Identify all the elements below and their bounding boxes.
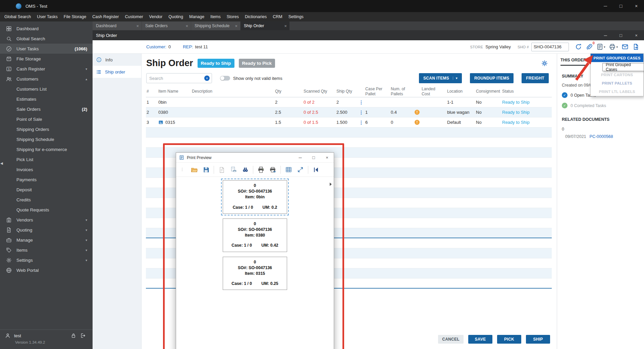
sidebar-item-sale-orders[interactable]: Sale Orders(2) [0,104,93,114]
sidebar-item-customers[interactable]: Customers▴ [0,74,93,84]
collapse-panel-icon[interactable]: ◀ [0,161,3,165]
cell-status-link[interactable]: Ready to Ship [501,110,552,115]
table-row[interactable]: 2 0380 2.5 0 of 2.5 2.500⋮ 1 0.4! blue w… [146,107,552,117]
menu-item-print-ltl-labels[interactable]: PRINT LTL LABELS [591,87,643,96]
printer-dark-icon[interactable] [257,166,265,174]
sidebar-item-quoting[interactable]: Quoting▾ [0,225,93,235]
printer-icon[interactable] [609,43,616,50]
search-input[interactable] [149,76,203,81]
print-label-preview[interactable]: 0 SO#: SO-0047136 Item: 0380 Case: 1 / 0… [223,218,287,252]
print-label-preview[interactable]: 0 SO#: SO-0047136 Item: 0315 Case: 1 / 0… [223,257,287,290]
table-row[interactable]: 3 0315 1.5 0 of 1.5 1.500⋮ 6 0! Default … [146,117,552,128]
menu-global-search[interactable]: Global Search [1,12,34,21]
nav-item-info[interactable]: Info [93,54,141,66]
table-settings-gear-icon[interactable] [541,60,548,67]
tab-dashboard[interactable]: Dashboard × [93,21,142,30]
column-header-qty[interactable]: Qty [274,89,303,94]
menu-settings[interactable]: Settings [285,12,307,21]
sidebar-item-estimates[interactable]: Estimates [0,94,93,104]
sidebar-item-pick-list[interactable]: Pick List [0,154,93,164]
row-menu-icon[interactable]: ⋮ [359,110,363,115]
menu-items[interactable]: Items [207,12,224,21]
column-header-item-name[interactable]: Item Name [158,89,191,94]
column-header-num-of-pallets[interactable]: Num. of Pallets [390,87,421,96]
nav-item-ship-order[interactable]: Ship order [93,66,141,78]
column-header-scanned-qty[interactable]: Scanned Qty [303,89,336,94]
column-header-status[interactable]: Status [501,89,552,94]
print-label-preview[interactable]: 0 SO#: SO-0047136 Item: 0bin Case: 1 / 0… [223,180,287,214]
sidebar-item-shipping-orders[interactable]: Shipping Orders [0,124,93,134]
sidebar-item-items[interactable]: Items▾ [0,245,93,255]
tab-ship-order[interactable]: Ship Order × [240,21,289,30]
inner-minimize-button[interactable]: ─ [598,30,613,40]
clear-search-icon[interactable]: × [204,76,210,81]
tab-shipping-schedule[interactable]: Shipping Schedule × [191,21,240,30]
open-folder-icon[interactable] [190,166,198,174]
menu-cash-register[interactable]: Cash Register [89,12,122,21]
column-header-landed-cost[interactable]: Landed Cost [421,87,446,96]
scan-items-dropdown-icon[interactable]: ▾ [453,77,458,80]
table-row[interactable]: 1 0bin 2 0 of 2 2⋮ 1-1 No Ready to Ship [146,97,552,107]
sidebar-item-settings[interactable]: Settings▾ [0,255,93,265]
cell-status-link[interactable]: Ready to Ship [501,100,552,105]
cancel-button[interactable]: CANCEL [438,335,464,344]
nav-first-icon[interactable] [312,166,320,174]
inner-restore-button[interactable]: □ [613,30,629,40]
menu-customer[interactable]: Customer [122,12,146,21]
menu-user-tasks[interactable]: User Tasks [34,12,61,21]
fit-scale-icon[interactable] [296,166,304,174]
save-button[interactable]: SAVE [468,335,492,344]
sidebar-item-manage[interactable]: Manage▾ [0,235,93,245]
sho-number-input[interactable] [531,43,569,51]
sidebar-item-file-storage[interactable]: File Storage [0,54,93,64]
menu-crm[interactable]: CRM [270,12,285,21]
sidebar-item-point-of-sale[interactable]: Point of Sale [0,114,93,124]
column-header-num[interactable]: # [146,89,158,94]
tab-sale-orders[interactable]: Sale Orders × [142,21,191,30]
column-header-description[interactable]: Description [191,89,274,94]
menu-manage[interactable]: Manage [186,12,207,21]
sidebar-item-customers-list[interactable]: Customers List [0,84,93,94]
refresh-icon[interactable] [575,43,582,50]
column-header-consignment[interactable]: Consignment [475,89,501,94]
menu-dictionaries[interactable]: Dictionaries [242,12,270,21]
menu-vendor[interactable]: Vendor [146,12,166,21]
ship-button[interactable]: SHIP [526,335,550,344]
save-icon[interactable] [202,166,210,174]
sidebar-item-user-tasks[interactable]: User Tasks(1066) [0,44,93,54]
sidebar-item-dashboard[interactable]: Dashboard [0,23,93,34]
menu-stores[interactable]: Stores [224,12,242,21]
sidebar-item-vendors[interactable]: Vendors▾ [0,215,93,225]
close-tab-icon[interactable]: × [284,23,287,29]
attachment-icon[interactable] [586,43,593,50]
pick-button[interactable]: PICK [497,335,521,344]
grip-icon[interactable] [178,166,186,174]
scan-items-button[interactable]: SCAN ITEMS ▾ [419,73,462,83]
sidebar-item-deposit[interactable]: Deposit [0,185,93,195]
dialog-maximize-button[interactable]: □ [307,153,320,163]
sidebar-item-web-portal[interactable]: Web Portal [0,265,93,275]
inner-close-button[interactable]: × [629,30,644,40]
export-document-icon[interactable] [632,43,639,50]
minimize-button[interactable]: ─ [598,0,613,12]
sidebar-item-shipping-schedule[interactable]: Shipping Schedule [0,134,93,144]
close-tab-icon[interactable]: × [136,23,139,29]
mail-icon[interactable] [622,43,629,50]
sidebar-item-invoices[interactable]: Invoices [0,164,93,174]
close-button[interactable]: × [629,0,644,12]
roundup-items-button[interactable]: ROUNDUP ITEMS [470,73,514,83]
sidebar-item-quote-requests[interactable]: Quote Requests [0,205,93,215]
column-header-ship-qty[interactable]: Ship Qty [336,89,365,94]
cell-status-link[interactable]: Ready to Ship [501,120,552,125]
maximize-button[interactable]: □ [613,0,629,12]
document-icon[interactable] [218,166,226,174]
sidebar-item-global-search[interactable]: Global Search [0,34,93,44]
lock-icon[interactable] [70,333,76,339]
column-header-location[interactable]: Location [446,89,475,94]
sidebar-item-credits[interactable]: Credits [0,195,93,205]
logout-icon[interactable] [80,333,86,339]
not-valid-items-toggle[interactable] [220,76,230,81]
print-page-icon[interactable] [229,166,237,174]
toolbar-overflow-icon[interactable] [330,183,332,186]
sidebar-item-shipping-for-e-commerce[interactable]: Shipping for e-commerce [0,144,93,154]
